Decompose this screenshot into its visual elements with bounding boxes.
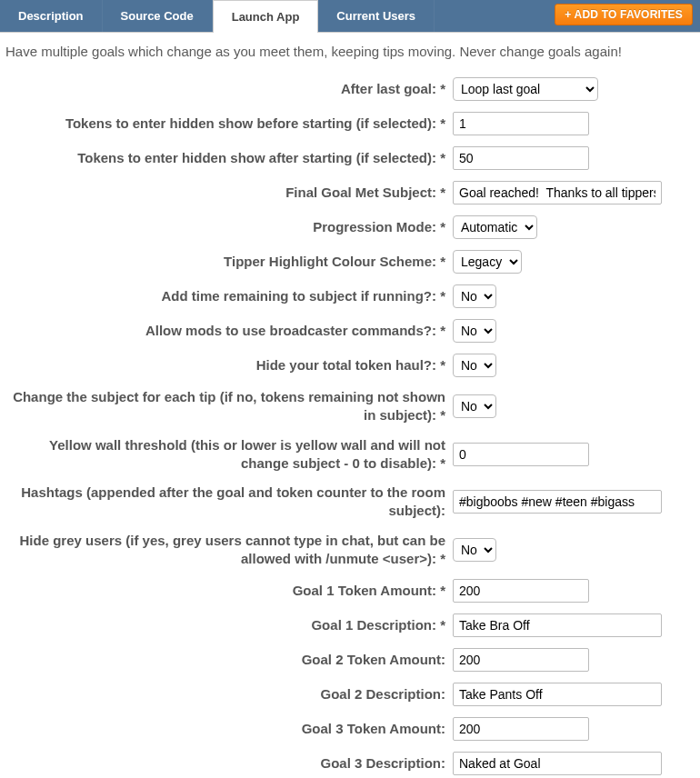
- intro-text: Have multiple goals which change as you …: [0, 33, 700, 72]
- label-colour-scheme: Tipper Highlight Colour Scheme: *: [5, 253, 453, 271]
- row-goal1-desc: Goal 1 Description: *: [5, 608, 695, 643]
- label-hide-haul: Hide your total token haul?: *: [5, 356, 453, 374]
- label-change-subject: Change the subject for each tip (if no, …: [5, 388, 453, 425]
- label-hashtags: Hashtags (appended after the goal and to…: [5, 484, 453, 521]
- row-tokens-before: Tokens to enter hidden show before start…: [5, 106, 695, 141]
- select-hide-grey[interactable]: No: [453, 538, 496, 562]
- label-goal2-amt: Goal 2 Token Amount:: [5, 651, 453, 669]
- row-goal1-amt: Goal 1 Token Amount: *: [5, 574, 695, 608]
- label-tokens-before: Tokens to enter hidden show before start…: [5, 115, 453, 133]
- input-goal2-amt[interactable]: [453, 648, 589, 672]
- label-yellow-wall: Yellow wall threshold (this or lower is …: [5, 436, 453, 474]
- label-goal3-amt: Goal 3 Token Amount:: [5, 720, 453, 738]
- row-colour-scheme: Tipper Highlight Colour Scheme: * Legacy: [5, 244, 695, 279]
- row-final-subject: Final Goal Met Subject: *: [5, 175, 695, 210]
- row-goal2-desc: Goal 2 Description:: [5, 677, 695, 712]
- select-add-time[interactable]: No: [453, 284, 496, 308]
- input-tokens-before[interactable]: [453, 112, 589, 135]
- select-colour-scheme[interactable]: Legacy: [453, 250, 522, 274]
- input-goal3-desc[interactable]: [453, 752, 662, 775]
- label-progression-mode: Progression Mode: *: [5, 218, 453, 236]
- label-hide-grey: Hide grey users (if yes, grey users cann…: [5, 532, 453, 569]
- tab-bar: Description Source Code Launch App Curre…: [0, 0, 700, 33]
- label-goal1-desc: Goal 1 Description: *: [5, 616, 453, 634]
- row-allow-mods: Allow mods to use broadcaster commands?:…: [5, 314, 695, 348]
- row-tokens-after: Tokens to enter hidden show after starti…: [5, 141, 695, 175]
- input-goal2-desc[interactable]: [453, 683, 662, 706]
- select-allow-mods[interactable]: No: [453, 319, 496, 343]
- row-hide-grey: Hide grey users (if yes, grey users cann…: [5, 526, 695, 574]
- input-final-subject[interactable]: [453, 181, 662, 204]
- row-change-subject: Change the subject for each tip (if no, …: [5, 383, 695, 431]
- row-add-time: Add time remaining to subject if running…: [5, 279, 695, 314]
- row-after-last-goal: After last goal: * Loop last goal: [5, 72, 695, 106]
- label-goal3-desc: Goal 3 Description:: [5, 754, 453, 773]
- select-hide-haul[interactable]: No: [453, 354, 496, 377]
- tab-current-users[interactable]: Current Users: [318, 0, 435, 32]
- label-goal1-amt: Goal 1 Token Amount: *: [5, 582, 453, 600]
- label-tokens-after: Tokens to enter hidden show after starti…: [5, 149, 453, 167]
- label-final-subject: Final Goal Met Subject: *: [5, 184, 453, 202]
- row-yellow-wall: Yellow wall threshold (this or lower is …: [5, 431, 695, 479]
- label-add-time: Add time remaining to subject if running…: [5, 287, 453, 305]
- row-goal3-amt: Goal 3 Token Amount:: [5, 712, 695, 746]
- tab-launch-app[interactable]: Launch App: [213, 0, 319, 33]
- row-hide-haul: Hide your total token haul?: * No: [5, 348, 695, 383]
- input-hashtags[interactable]: [453, 490, 662, 514]
- select-after-last-goal[interactable]: Loop last goal: [453, 77, 598, 101]
- input-tokens-after[interactable]: [453, 146, 589, 170]
- input-goal1-desc[interactable]: [453, 613, 662, 637]
- add-to-favorites-button[interactable]: + ADD TO FAVORITES: [555, 4, 693, 25]
- label-goal2-desc: Goal 2 Description:: [5, 685, 453, 703]
- label-after-last-goal: After last goal: *: [5, 80, 453, 98]
- row-goal3-desc: Goal 3 Description:: [5, 746, 695, 778]
- row-progression-mode: Progression Mode: * Automatic: [5, 210, 695, 244]
- input-goal3-amt[interactable]: [453, 717, 589, 741]
- label-allow-mods: Allow mods to use broadcaster commands?:…: [5, 322, 453, 340]
- tab-description[interactable]: Description: [0, 0, 103, 32]
- input-yellow-wall[interactable]: [453, 443, 589, 466]
- select-change-subject[interactable]: No: [453, 394, 496, 418]
- row-hashtags: Hashtags (appended after the goal and to…: [5, 478, 695, 526]
- select-progression-mode[interactable]: Automatic: [453, 215, 537, 239]
- tab-source-code[interactable]: Source Code: [103, 0, 213, 32]
- input-goal1-amt[interactable]: [453, 579, 589, 603]
- settings-form: After last goal: * Loop last goal Tokens…: [0, 72, 700, 778]
- row-goal2-amt: Goal 2 Token Amount:: [5, 643, 695, 677]
